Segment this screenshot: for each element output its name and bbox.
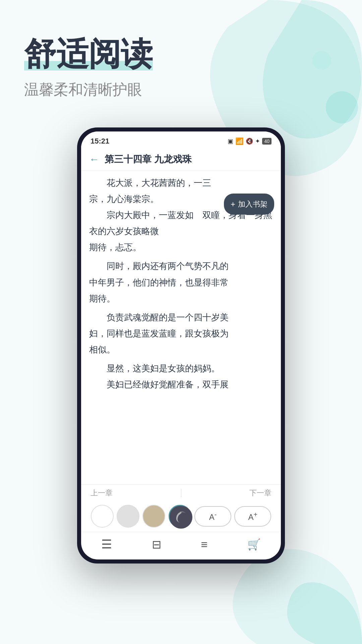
status-icons: ▣ 📶 🔇 ✦ 40 <box>228 137 272 145</box>
add-to-shelf-tooltip[interactable]: + 加入书架 <box>224 194 274 215</box>
header-section: 舒适阅读 温馨柔和清晰护眼 <box>24 36 153 100</box>
tab-bar: ☰ ⊟ ≡ 🛒 <box>81 532 281 558</box>
prev-chapter-button[interactable]: 上一章 <box>90 488 113 498</box>
chapter-divider <box>181 489 181 497</box>
bookshelf-icon: ⊟ <box>152 538 161 551</box>
nav-bar: ← 第三十四章 九龙戏珠 <box>81 148 281 171</box>
theme-tan-button[interactable] <box>142 505 165 528</box>
subtitle: 温馨柔和清晰护眼 <box>24 80 153 100</box>
paragraph-4b: 妇，同样也是蓝发蓝瞳，跟女孩极为 <box>89 325 273 341</box>
tab-contents[interactable]: ≡ <box>201 538 208 551</box>
paragraph-5: 显然，这美妇是女孩的妈妈。 <box>89 360 273 376</box>
reading-content: + 加入书架 花大派，大花茜茜的，一三 宗，九心海棠宗。 宗内大殿中，一蓝发如漫… <box>81 171 281 484</box>
chapter-title: 第三十四章 九龙戏珠 <box>105 153 192 166</box>
paragraph-3b: 中年男子，他们的神情，也显得非常 <box>89 274 273 290</box>
font-increase-button[interactable]: A+ <box>234 506 271 527</box>
phone-mockup: 15:21 ▣ 📶 🔇 ✦ 40 ← 第三十四章 九龙戏珠 + <box>77 127 285 564</box>
bluetooth-icon: ✦ <box>255 138 260 145</box>
tab-cart[interactable]: 🛒 <box>247 538 261 551</box>
svg-point-2 <box>170 506 192 529</box>
battery-badge: 40 <box>262 138 272 145</box>
paragraph-3: 同时，殿内还有两个气势不凡的 <box>89 258 273 274</box>
volume-off-icon: 🔇 <box>246 138 253 145</box>
paragraph-2b: 期待，忐忑。 <box>89 239 273 255</box>
theme-light-gray-button[interactable] <box>117 505 139 528</box>
screen-record-icon: ▣ <box>228 138 233 145</box>
cart-icon: 🛒 <box>247 538 261 551</box>
tooltip-plus-icon: + <box>231 197 235 211</box>
svg-point-3 <box>180 513 186 518</box>
paragraph-4: 负责武魂觉醒的是一个四十岁美 <box>89 309 273 325</box>
font-decrease-button[interactable]: A- <box>194 506 231 527</box>
tooltip-label: 加入书架 <box>238 198 267 211</box>
chapter-nav: 上一章 下一章 <box>81 488 281 502</box>
tab-menu[interactable]: ☰ <box>101 537 112 551</box>
theme-dark-button[interactable] <box>169 505 191 528</box>
theme-selector-row: A- A+ <box>81 502 281 532</box>
tab-bookshelf[interactable]: ⊟ <box>152 538 161 551</box>
paragraph-6: 美妇已经做好觉醒准备，双手展 <box>89 376 273 392</box>
main-title: 舒适阅读 <box>24 36 153 72</box>
svg-point-0 <box>326 91 358 123</box>
svg-point-1 <box>312 51 331 70</box>
font-decrease-label: A- <box>209 511 217 522</box>
bottom-nav: 上一章 下一章 <box>81 484 281 559</box>
back-button[interactable]: ← <box>89 154 99 165</box>
font-increase-label: A+ <box>248 511 257 522</box>
wifi-icon: 📶 <box>235 137 244 145</box>
paragraph-4c: 相似。 <box>89 341 273 358</box>
paragraph-3c: 期待。 <box>89 290 273 307</box>
theme-white-button[interactable] <box>91 505 114 528</box>
menu-icon: ☰ <box>101 537 112 551</box>
next-chapter-button[interactable]: 下一章 <box>249 488 272 498</box>
contents-icon: ≡ <box>201 538 208 551</box>
moon-icon <box>170 506 192 529</box>
status-bar: 15:21 ▣ 📶 🔇 ✦ 40 <box>81 131 281 148</box>
status-time: 15:21 <box>90 137 109 146</box>
